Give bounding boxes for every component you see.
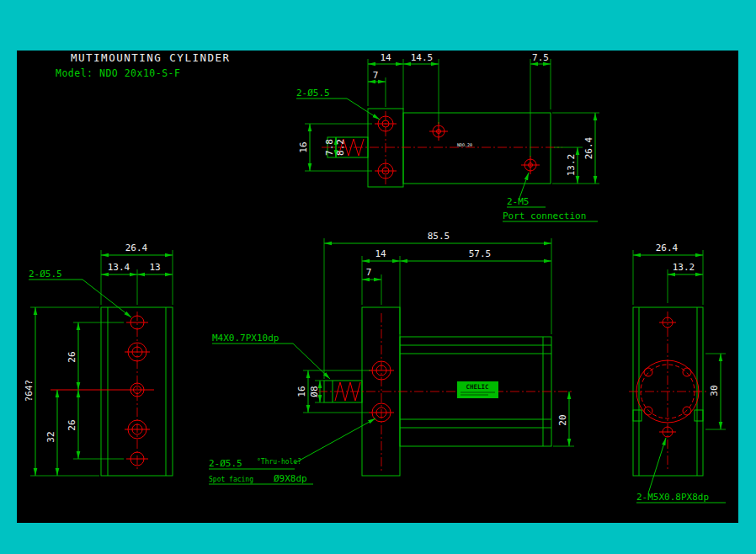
dim-8-2: 8.2 <box>335 139 346 156</box>
dim-26-top: 26 <box>67 351 77 362</box>
dim-7-8: 7.8 <box>324 139 335 156</box>
label-tap: 2-M5X0.8PX8dp <box>636 492 709 503</box>
label-holes-left-view: 2-Ø5.5 <box>29 269 62 280</box>
dim-13-2: 13.2 <box>566 154 577 177</box>
label-spot-size: Ø9X8dp <box>274 473 307 484</box>
dim-13-2: 13.2 <box>673 262 695 273</box>
dim-30: 30 <box>709 385 720 396</box>
label-thread: M4X0.7PX10dp <box>212 333 279 344</box>
dim-7: 7 <box>366 267 372 278</box>
dim-26-4: 26.4 <box>656 242 679 253</box>
label-port: 2-M5 <box>507 196 530 207</box>
dim-14-5: 14.5 <box>411 52 434 63</box>
dim-26-4: 26.4 <box>583 136 594 159</box>
drawing-title: MUTIMOUNTING CYLINDER <box>71 51 231 64</box>
dim-dia8: Ø8 <box>309 386 320 397</box>
dim-13-4: 13.4 <box>108 262 130 273</box>
dim-26-4: 26.4 <box>125 242 148 253</box>
label-holes-top-view: 2-Ø5.5 <box>296 88 330 99</box>
dim-64: ?64? <box>24 380 35 402</box>
dim-7: 7 <box>373 70 379 81</box>
dim-26-bottom: 26 <box>67 419 77 430</box>
brand-sticker-text: CHELIC <box>466 383 488 391</box>
dim-20: 20 <box>557 414 568 425</box>
dim-16: 16 <box>298 141 309 152</box>
label-thru-holes-note: °Thru-hole? <box>257 458 301 466</box>
drawing-canvas <box>17 51 738 523</box>
dim-14: 14 <box>380 52 391 63</box>
dim-14: 14 <box>375 248 386 259</box>
label-thru-holes: 2-Ø5.5 <box>209 458 242 469</box>
body-marking: NDO.20 <box>457 142 472 147</box>
dim-85-5: 85.5 <box>428 231 450 242</box>
dim-16: 16 <box>296 386 307 397</box>
drawing-model: Model: NDO 20x10-S-F <box>56 67 180 79</box>
label-port-sub: Port connection <box>503 210 586 221</box>
dim-32: 32 <box>45 431 56 442</box>
dim-57-5: 57.5 <box>469 248 492 259</box>
dim-13: 13 <box>149 262 160 273</box>
label-spot-facing: Spot facing <box>209 476 253 483</box>
cad-drawing: MUTIMOUNTING CYLINDER Model: NDO 20x10-S… <box>0 0 756 554</box>
dim-7-5: 7.5 <box>532 52 549 63</box>
